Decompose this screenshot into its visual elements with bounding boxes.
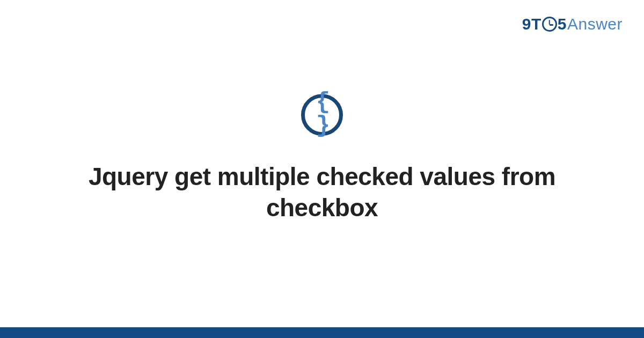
brand-part-answer: Answer: [567, 15, 623, 33]
code-braces-icon: { }: [305, 90, 339, 137]
page-title: Jquery get multiple checked values from …: [80, 161, 564, 223]
brand-logo: 9T 5 Answer: [522, 15, 623, 33]
footer-bar: [0, 327, 644, 338]
topic-icon-circle: { }: [301, 94, 343, 136]
brand-part-5: 5: [558, 15, 567, 33]
main-content: { } Jquery get multiple checked values f…: [0, 94, 644, 223]
brand-part-9t: 9T: [522, 15, 541, 33]
clock-icon: [542, 17, 557, 32]
